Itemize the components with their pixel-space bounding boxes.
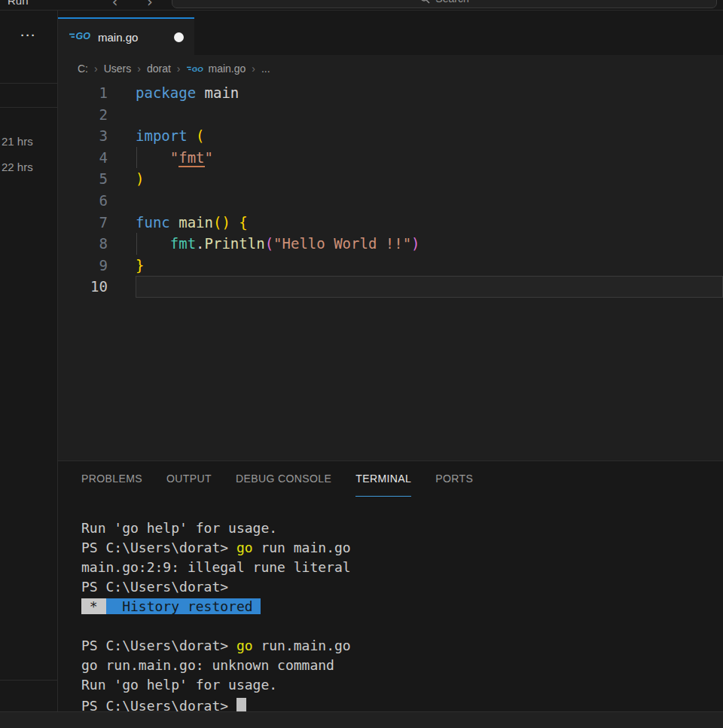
code-line[interactable]: 1package main <box>58 82 723 104</box>
tab-main-go[interactable]: GO main.go <box>58 17 194 55</box>
breadcrumb-separator: › <box>94 63 98 75</box>
code-line[interactable]: 6 <box>58 190 723 212</box>
line-number: 1 <box>58 82 108 104</box>
panel-tabs: PROBLEMSOUTPUTDEBUG CONSOLETERMINALPORTS <box>58 461 723 497</box>
breadcrumb-label: Users <box>104 63 132 75</box>
code-line[interactable]: 5) <box>58 168 723 190</box>
code-text: func main() { <box>136 212 723 234</box>
token: fmt <box>178 149 204 167</box>
breadcrumb-item[interactable]: GOmain.go <box>187 63 246 75</box>
timeline-item[interactable]: 22 hrs <box>2 161 33 173</box>
token: main <box>178 214 213 231</box>
panel-tab-problems[interactable]: PROBLEMS <box>81 473 142 497</box>
token: { <box>239 214 247 231</box>
sidebar: ··· 21 hrs22 hrs <box>0 11 58 711</box>
line-number: 5 <box>58 168 108 190</box>
code-line[interactable]: 9} <box>58 255 723 277</box>
go-icon: GO <box>69 30 92 41</box>
token: run main.go <box>253 540 351 555</box>
token: main.go:2:9: illegal rune literal <box>81 559 351 575</box>
search-icon <box>419 0 430 4</box>
terminal-line: PS C:\Users\dorat> go run main.go <box>81 538 723 558</box>
panel-tab-ports[interactable]: PORTS <box>435 473 473 497</box>
token: History restored <box>106 598 261 614</box>
breadcrumb-item[interactable]: dorat <box>147 63 171 75</box>
breadcrumb-label: C: <box>78 63 88 75</box>
breadcrumb-item[interactable]: Users <box>104 63 132 75</box>
token <box>170 214 178 231</box>
title-bar: Run ‹ › Search <box>0 0 723 10</box>
token: " <box>205 149 213 166</box>
code-text <box>136 190 723 212</box>
code-text: "fmt" <box>136 147 723 169</box>
token: } <box>136 257 144 274</box>
editor-group: GO main.go C:›Users›dorat› GOmain.go›...… <box>58 11 723 711</box>
breadcrumb-separator: › <box>137 63 141 75</box>
terminal-line <box>81 616 723 636</box>
code-text <box>136 276 723 298</box>
token: Run 'go help' for usage. <box>81 677 277 693</box>
panel-tab-output[interactable]: OUTPUT <box>166 473 212 497</box>
code-line[interactable]: 3import ( <box>58 125 723 147</box>
code-line[interactable]: 2 <box>58 104 723 126</box>
breadcrumb-label: main.go <box>209 63 246 75</box>
panel-tab-debug-console[interactable]: DEBUG CONSOLE <box>236 473 331 497</box>
menu-run[interactable]: Run <box>8 0 29 7</box>
more-actions-icon[interactable]: ··· <box>0 29 57 41</box>
code-text: ) <box>136 168 723 190</box>
search-placeholder: Search <box>435 0 468 5</box>
code-line[interactable]: 8 fmt.Println("Hello World !!") <box>58 233 723 255</box>
code-editor[interactable]: 1package main23import (4 "fmt"5)67func m… <box>58 82 723 460</box>
code-line[interactable]: 7func main() { <box>58 212 723 234</box>
line-number: 4 <box>58 147 108 169</box>
go-icon: GO <box>69 30 92 44</box>
token <box>136 235 170 252</box>
timeline-item[interactable]: 21 hrs <box>2 135 33 148</box>
code-line[interactable]: 10 <box>58 276 723 298</box>
bottom-panel: PROBLEMSOUTPUTDEBUG CONSOLETERMINALPORTS… <box>58 460 723 711</box>
status-bar-edge <box>0 711 723 728</box>
code-text: } <box>136 255 723 277</box>
terminal-output[interactable]: Run 'go help' for usage.PS C:\Users\dora… <box>58 497 723 711</box>
token: " <box>136 149 178 166</box>
forward-arrow-icon[interactable]: › <box>145 0 154 10</box>
terminal-cursor <box>236 698 246 711</box>
line-number: 10 <box>58 276 108 298</box>
breadcrumb-label: ... <box>261 63 270 75</box>
token: fmt <box>170 235 196 252</box>
workbench: ··· 21 hrs22 hrs GO main.go C:›Users›dor… <box>0 10 723 711</box>
token: PS C:\Users\dorat> <box>81 698 236 711</box>
terminal-line: PS C:\Users\dorat> go run.main.go <box>81 636 723 656</box>
token: Println <box>205 235 265 252</box>
breadcrumb-item[interactable]: ... <box>261 63 270 75</box>
token: go run.main.go: unknown command <box>81 657 334 673</box>
line-number: 7 <box>58 212 108 234</box>
code-text <box>136 104 723 126</box>
panel-tab-terminal[interactable]: TERMINAL <box>355 473 411 497</box>
go-icon: GO <box>187 64 205 73</box>
terminal-line: PS C:\Users\dorat> <box>81 695 723 711</box>
code-text: import ( <box>136 125 723 147</box>
terminal-line: go run.main.go: unknown command <box>81 656 723 675</box>
breadcrumb-item[interactable]: C: <box>78 63 88 75</box>
command-center-search[interactable]: Search <box>172 0 717 8</box>
unsaved-dot-icon[interactable] <box>174 32 184 42</box>
tab-bar: GO main.go <box>58 11 723 55</box>
token: * <box>81 598 106 614</box>
svg-text:GO: GO <box>191 65 203 73</box>
breadcrumb: C:›Users›dorat› GOmain.go›... <box>58 55 723 82</box>
token: run.main.go <box>253 638 351 653</box>
line-number: 8 <box>58 233 108 255</box>
terminal-line: * History restored <box>81 597 723 616</box>
tab-label: main.go <box>98 31 138 44</box>
terminal-line: main.go:2:9: illegal rune literal <box>81 558 723 577</box>
code-line[interactable]: 4 "fmt" <box>58 147 723 169</box>
code-text: package main <box>136 82 723 104</box>
token: ( <box>265 235 273 252</box>
token: func <box>136 214 170 231</box>
breadcrumb-separator: › <box>177 63 181 75</box>
token: ( <box>196 127 204 144</box>
token: Run 'go help' for usage. <box>81 520 277 536</box>
vscode-window: Run ‹ › Search ··· 21 hrs22 hrs GO <box>0 0 723 728</box>
back-arrow-icon[interactable]: ‹ <box>111 0 119 10</box>
